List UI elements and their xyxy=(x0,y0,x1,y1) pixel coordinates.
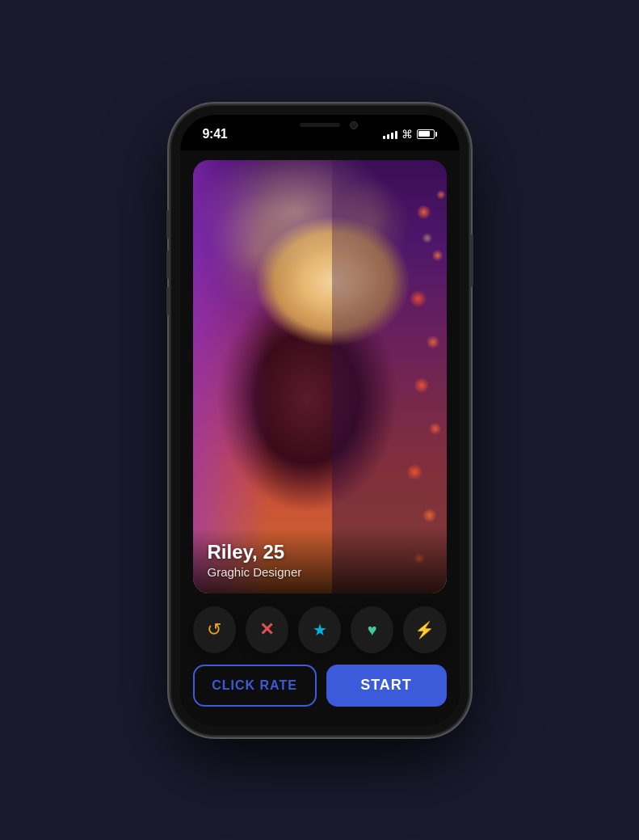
bolt-icon: ⚡ xyxy=(414,622,435,638)
signal-bar-1 xyxy=(383,136,385,139)
click-rate-button[interactable]: CLICK RATE xyxy=(193,665,317,707)
start-button[interactable]: START xyxy=(326,665,447,707)
profile-name: Riley, 25 xyxy=(208,541,432,564)
undo-button[interactable]: ↺ xyxy=(193,606,236,653)
status-time: 9:41 xyxy=(203,127,228,141)
wifi-icon: ⌘ xyxy=(401,128,413,141)
phone-frame: 9:41 ⌘ xyxy=(170,105,469,736)
notch xyxy=(259,115,380,137)
dislike-icon: ✕ xyxy=(259,621,274,639)
battery-icon xyxy=(417,129,437,139)
content-area: Riley, 25 Graghic Designer ↺ ✕ ★ ♥ xyxy=(180,150,460,726)
status-icons: ⌘ xyxy=(383,128,437,141)
signal-bar-4 xyxy=(395,131,397,139)
dislike-button[interactable]: ✕ xyxy=(246,606,288,653)
profile-job: Graghic Designer xyxy=(208,565,432,579)
undo-icon: ↺ xyxy=(207,621,221,639)
notch-camera xyxy=(350,121,358,129)
profile-info: Riley, 25 Graghic Designer xyxy=(193,528,447,593)
like-button[interactable]: ♥ xyxy=(351,606,393,653)
profile-card[interactable]: Riley, 25 Graghic Designer xyxy=(193,160,447,593)
signal-bar-2 xyxy=(387,134,389,139)
signal-bar-3 xyxy=(391,133,393,139)
star-icon: ★ xyxy=(313,622,327,638)
actions-row: ↺ ✕ ★ ♥ ⚡ xyxy=(193,593,447,665)
boost-button[interactable]: ⚡ xyxy=(403,606,446,653)
heart-icon: ♥ xyxy=(368,622,377,638)
signal-bars-icon xyxy=(383,129,397,139)
superlike-button[interactable]: ★ xyxy=(298,606,341,653)
notch-speaker xyxy=(300,123,340,127)
bottom-buttons: CLICK RATE START xyxy=(193,665,447,710)
phone-screen: 9:41 ⌘ xyxy=(180,115,460,726)
